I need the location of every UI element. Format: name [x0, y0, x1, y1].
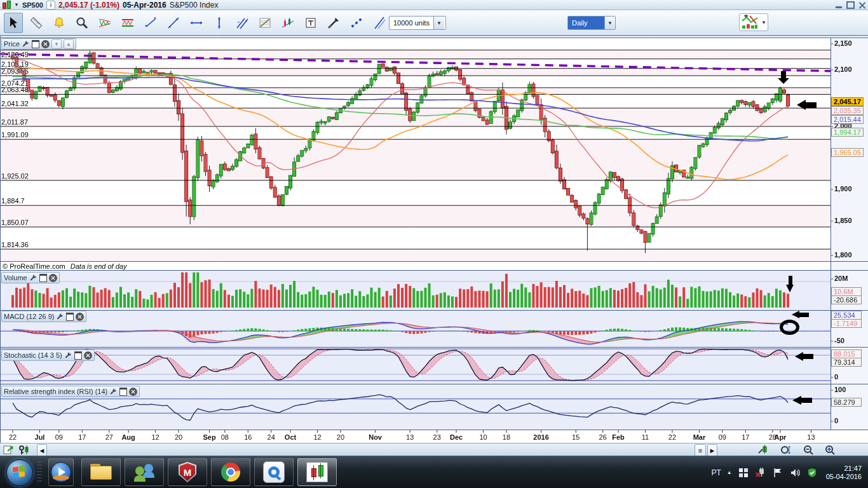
zoom-in-icon[interactable] [824, 444, 836, 455]
units-select[interactable]: 10000 units ▼ [389, 16, 446, 30]
price-tag: 1,994.17 [831, 128, 864, 137]
axis-label: 1,850 [834, 217, 852, 224]
instrument-name: S&P500 Index [170, 1, 219, 10]
network-disconnected-icon[interactable] [755, 467, 766, 478]
taskbar-chart-app[interactable] [297, 458, 337, 486]
export-icon[interactable] [3, 444, 15, 455]
hidden-icons-arrow[interactable]: ▲ [727, 470, 732, 475]
taskbar-quicktime[interactable] [254, 458, 294, 486]
list-button[interactable]: ≡ [695, 444, 706, 456]
duplicate-panel-icon[interactable] [119, 388, 127, 396]
settings-wrench-icon[interactable] [56, 313, 64, 320]
settings-tool[interactable] [324, 13, 343, 33]
points-tool[interactable] [347, 13, 366, 33]
chart-style-dropdown-arrow[interactable]: ▼ [761, 20, 766, 25]
text-tool[interactable] [301, 13, 320, 33]
key-candle-icon[interactable] [18, 444, 31, 455]
axis-label: -50 [834, 337, 844, 344]
settings-wrench-icon[interactable] [22, 40, 30, 48]
settings-wrench-icon[interactable] [109, 388, 118, 395]
drawing-toolbar: 10000 units ▼ Daily ▼ ▼ [0, 10, 868, 36]
security-shield-icon[interactable] [806, 467, 818, 478]
close-button[interactable] [858, 1, 865, 8]
restore-button[interactable] [846, 1, 855, 8]
candlestick-line-tool[interactable] [278, 13, 297, 33]
close-panel-icon[interactable] [41, 40, 50, 48]
cursor-tool[interactable] [4, 13, 23, 33]
flag-icon[interactable] [772, 467, 783, 478]
horizontal-line-tool[interactable] [187, 13, 206, 33]
x-axis-tick: 18 [494, 433, 519, 441]
x-axis-tick: 09 [46, 433, 72, 441]
taskbar-windows-explorer[interactable] [81, 458, 121, 486]
taskbar-messenger[interactable] [125, 458, 164, 486]
parallel-line-tool[interactable] [233, 13, 252, 33]
line-tool[interactable] [164, 13, 183, 33]
tool-buttons [4, 13, 412, 33]
scroll-left-button[interactable]: ◄ [37, 444, 47, 456]
wrench-candle-icon[interactable] [756, 444, 769, 455]
segment-tool[interactable] [141, 13, 160, 33]
close-panel-icon[interactable] [76, 313, 84, 321]
symbol-dropdown-arrow[interactable]: ▼ [14, 2, 19, 8]
play-button[interactable]: ► [707, 444, 717, 456]
x-axis-tick: Aug [116, 433, 141, 441]
chart-workspace: 2,134.722,120.492,105.192,093.552,074.21… [0, 36, 868, 444]
windows-logo-icon [13, 466, 25, 479]
settings-wrench-icon[interactable] [64, 351, 72, 359]
timeframe-select[interactable]: Daily ▼ [567, 16, 616, 30]
axis-label: 0 [834, 417, 838, 424]
start-button[interactable] [6, 459, 33, 486]
close-panel-icon[interactable] [49, 274, 57, 282]
duplicate-panel-icon[interactable] [32, 40, 39, 48]
x-axis-tick: 16 [235, 433, 261, 441]
taskbar-media-player[interactable] [48, 458, 74, 486]
taskbar-chrome[interactable] [211, 458, 250, 486]
windows-grid-icon[interactable] [738, 467, 749, 478]
zoom-fit-icon[interactable] [779, 444, 792, 455]
duplicate-panel-icon[interactable] [39, 274, 47, 282]
chart-canvas[interactable] [0, 36, 868, 444]
taskbar-mcafee[interactable]: M [168, 458, 207, 486]
taskbar-grip [37, 461, 42, 483]
price-tag: 58.279 [831, 398, 862, 407]
alarm-tool[interactable] [50, 13, 69, 33]
close-panel-icon[interactable] [84, 351, 92, 360]
panel-title: Stochastic (14 3 5) [4, 351, 62, 359]
volume-icon[interactable] [789, 467, 801, 478]
minimize-button[interactable] [834, 1, 843, 8]
axis-label: 1,900 [834, 185, 852, 193]
chrome-icon [221, 463, 240, 482]
clock[interactable]: 21:47 05-04-2016 [826, 464, 862, 481]
triangle-pattern-tool[interactable] [95, 13, 114, 33]
messenger-icon [134, 463, 154, 482]
ruler-tool[interactable] [27, 13, 46, 33]
price-level-label: 2,105.19 [1, 60, 29, 68]
vertical-line-tool[interactable] [210, 13, 229, 33]
x-axis-tick: Nov [363, 433, 388, 441]
panel-title: Relative strength index (RSI) (14) [4, 388, 107, 395]
units-dropdown-arrow[interactable]: ▼ [433, 17, 444, 29]
oblique-line-tool[interactable] [370, 13, 389, 33]
language-indicator[interactable]: PT [711, 468, 721, 477]
symbol-label: SP500 [22, 1, 43, 9]
x-axis-tick: Mar [686, 433, 712, 441]
move-panel-up-icon[interactable]: ▲ [64, 39, 74, 49]
channel-pattern-tool[interactable] [118, 13, 137, 33]
x-axis-tick: 10 [471, 433, 496, 441]
duplicate-panel-icon[interactable] [66, 313, 74, 321]
zoom-tool[interactable] [72, 13, 92, 33]
settings-wrench-icon[interactable] [29, 274, 37, 281]
info-icon[interactable]: i [46, 1, 55, 10]
x-axis-tick: 08 [212, 433, 238, 441]
fibonacci-tool[interactable] [255, 13, 275, 33]
axis-label: 1,800 [834, 251, 852, 259]
chart-style-button[interactable]: ▼ [739, 13, 768, 31]
zoom-out-icon[interactable] [802, 444, 815, 455]
duplicate-panel-icon[interactable] [74, 351, 82, 360]
close-panel-icon[interactable] [129, 388, 137, 396]
x-axis-tick: Oct [278, 433, 303, 441]
price-tag: 1,965.05 [831, 148, 864, 157]
timeframe-dropdown-arrow[interactable]: ▼ [604, 17, 615, 29]
move-panel-down-icon[interactable]: ▼ [51, 39, 62, 49]
